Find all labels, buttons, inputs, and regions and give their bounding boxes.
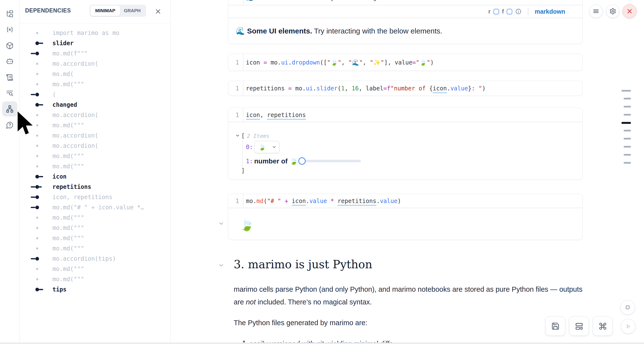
dependency-item[interactable]: mo.md(""": [20, 213, 170, 223]
dependency-item[interactable]: mo.md(""": [20, 243, 170, 254]
minimap-bar[interactable]: [624, 114, 631, 116]
shutdown-button[interactable]: [622, 4, 637, 18]
code-token: mo: [246, 198, 253, 205]
section-collapse-icon[interactable]: [218, 262, 224, 268]
tab-graph[interactable]: GRAPH: [120, 6, 144, 16]
dependency-item[interactable]: mo.md(""": [20, 151, 170, 161]
close-x-icon: [626, 8, 633, 15]
dependency-item[interactable]: mo.md(""": [20, 274, 170, 284]
minimap-bar[interactable]: [624, 106, 631, 107]
code-token: .: [306, 198, 309, 205]
fstring-toggle-checkbox[interactable]: [507, 9, 512, 15]
dependency-item[interactable]: mo.md("# " + icon.value *…: [20, 202, 170, 213]
minimap-bar[interactable]: [624, 154, 631, 156]
minimap-bar[interactable]: [622, 90, 631, 92]
save-button[interactable]: [546, 316, 565, 336]
sidebar-item-file-tree[interactable]: [2, 6, 17, 22]
code-token: : ": [472, 85, 482, 92]
output-wave-emoji: 🌊: [236, 27, 247, 35]
language-badge[interactable]: markdown: [535, 8, 565, 15]
dependency-item[interactable]: import marimo as mo: [20, 28, 170, 38]
code-line[interactable]: repetitions = mo.ui.slider(1, 16, label=…: [246, 85, 486, 92]
fstring-toggle-label: f: [502, 8, 504, 15]
minimap-bar[interactable]: [624, 146, 631, 147]
dependency-item[interactable]: mo.accordion(: [20, 59, 170, 69]
dependency-item[interactable]: mo.md(""": [20, 223, 170, 233]
dependency-item[interactable]: repetitions: [20, 182, 170, 192]
output-collapse-icon[interactable]: [218, 220, 224, 227]
cell-dropdown-code[interactable]: 1 icon = mo.ui.dropdown(["🍃", "🌊", "✨"],…: [228, 54, 582, 71]
dependency-item[interactable]: mo.accordion(: [20, 130, 170, 141]
code-line[interactable]: mo.md("# " + icon.value * repetitions.va…: [246, 198, 401, 205]
sidebar-item-logs-search[interactable]: [2, 86, 17, 101]
dependency-item[interactable]: mo.md(: [20, 69, 170, 79]
dependency-item[interactable]: changed: [20, 100, 170, 110]
code-token: icon: [292, 198, 306, 206]
code-token: [281, 198, 285, 205]
code-token: icon: [433, 85, 447, 93]
code-token: repetitions: [246, 85, 285, 92]
close-panel-button[interactable]: [154, 8, 162, 15]
dependency-item-label: mo.md(""": [52, 153, 84, 159]
sidebar-item-dependencies[interactable]: [2, 101, 17, 116]
dependency-item[interactable]: mo.md(""": [20, 79, 170, 89]
layout-button[interactable]: [569, 316, 589, 336]
markdown-source-line[interactable]: 🌊 Some UI elements. Try interacting with…: [246, 0, 465, 1]
minimap-bar[interactable]: [624, 98, 631, 99]
code-line[interactable]: icon = mo.ui.dropdown(["🍃", "🌊", "✨"], v…: [246, 59, 434, 66]
line-number: 1: [228, 59, 239, 66]
code-token: (: [264, 198, 267, 205]
dependency-item[interactable]: mo.accordion(: [20, 110, 170, 120]
shortcuts-button[interactable]: [593, 316, 612, 336]
settings-button[interactable]: [606, 5, 619, 18]
dependency-item[interactable]: mo.md(""": [20, 233, 170, 243]
paragraph-1-line-2: are not included. There’s no magical syn…: [234, 298, 372, 306]
dependency-item[interactable]: mo.accordion(tips): [20, 254, 170, 264]
tab-minimap[interactable]: MINIMAP: [90, 6, 120, 16]
code-line[interactable]: icon, repetitions: [246, 112, 306, 118]
run-cells-button[interactable]: [621, 319, 636, 334]
dependency-item[interactable]: mo.md(""": [20, 264, 170, 274]
dependency-item[interactable]: (: [20, 89, 170, 100]
info-icon[interactable]: [515, 8, 522, 15]
dependency-item-label: mo.md(""": [52, 235, 84, 242]
code-token: =: [288, 85, 292, 92]
sidebar-item-ai-assistant[interactable]: [2, 54, 17, 69]
cell-tuple-output[interactable]: 1 icon, repetitions [ 2 Items 0: 🍃 1: nu…: [228, 108, 582, 180]
sidebar-item-help[interactable]: [2, 117, 17, 133]
layout-grid-icon: [575, 322, 583, 330]
dependency-item[interactable]: mo.md(""": [20, 120, 170, 130]
cell-markdown-ui-elements[interactable]: 1 🌊 Some UI elements. Try interacting wi…: [228, 0, 582, 44]
bottom-scrollbar-track[interactable]: [0, 342, 644, 344]
dependency-item[interactable]: icon: [20, 171, 170, 182]
code-token: "number of: [390, 85, 429, 92]
dependency-item[interactable]: icon, repetitions: [20, 192, 170, 202]
repetitions-slider-track[interactable]: [300, 160, 361, 162]
minimap-bar-active[interactable]: [622, 122, 631, 124]
dependency-item[interactable]: slider: [20, 38, 170, 48]
gutter-divider: [243, 0, 244, 5]
tree-collapse-icon[interactable]: [235, 133, 240, 138]
cell-slider-code[interactable]: 1 repetitions = mo.ui.slider(1, 16, labe…: [228, 81, 582, 96]
code-token: md: [256, 198, 264, 205]
stop-kernel-button[interactable]: [620, 300, 635, 315]
code-token: value: [395, 59, 412, 66]
minimap-bar[interactable]: [624, 130, 631, 131]
raw-toggle-checkbox[interactable]: [494, 9, 499, 15]
code-token: =: [412, 59, 416, 66]
notebook-menu-button[interactable]: [589, 5, 602, 18]
dependency-item[interactable]: mo.md(f""": [20, 48, 170, 59]
minimap-bar[interactable]: [624, 162, 631, 164]
sidebar-item-snippets[interactable]: [2, 70, 17, 85]
dependency-item[interactable]: mo.md(""": [20, 161, 170, 171]
icon-dropdown-select[interactable]: 🍃: [254, 141, 280, 153]
sidebar-item-packages[interactable]: [2, 38, 17, 53]
minimap-bar[interactable]: [624, 138, 631, 139]
repetitions-slider-handle[interactable]: [298, 157, 306, 165]
cell-md-concat[interactable]: 1 mo.md("# " + icon.value * repetitions.…: [228, 194, 582, 240]
sidebar-item-variables[interactable]: [2, 22, 17, 37]
code-token: ): [430, 59, 434, 66]
dependency-item[interactable]: mo.accordion(: [20, 141, 170, 151]
gutter-divider: [243, 194, 244, 208]
dependency-item[interactable]: tips: [20, 284, 170, 295]
